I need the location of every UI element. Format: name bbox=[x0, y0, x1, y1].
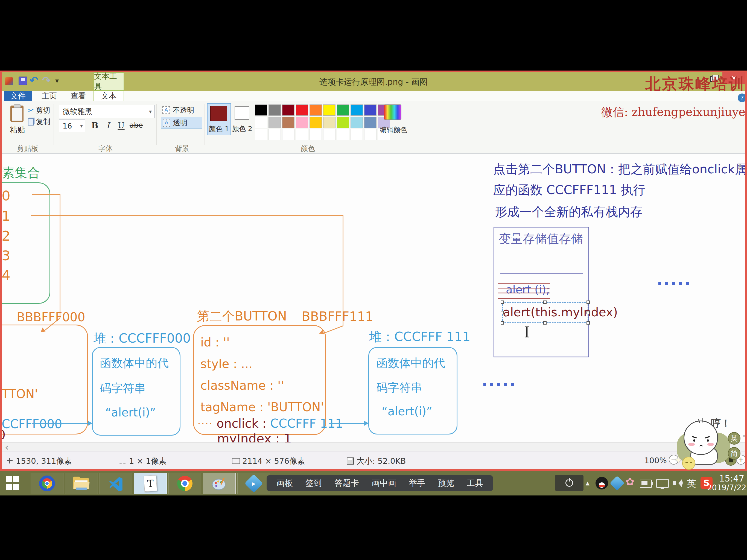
selection-handle[interactable] bbox=[500, 301, 504, 304]
palette-swatch[interactable] bbox=[268, 104, 281, 116]
paint-canvas[interactable]: 素集合 0 1 2 3 4 BBBFFF000 TTON' CCFFF000 0… bbox=[2, 154, 745, 442]
strikethrough-button[interactable]: abe bbox=[128, 119, 145, 131]
palette-swatch[interactable] bbox=[323, 117, 335, 128]
button1-tagname-partial: TTON' bbox=[2, 387, 38, 401]
button2-title: 第二个BUTTON BBBFFF111 bbox=[197, 308, 373, 325]
cut-button[interactable]: ✂剪切 bbox=[28, 105, 50, 115]
palette-swatch[interactable] bbox=[364, 117, 377, 128]
palette-swatch-empty[interactable] bbox=[351, 129, 363, 140]
connector-line bbox=[60, 194, 60, 318]
paste-label[interactable]: 粘贴 bbox=[8, 125, 27, 135]
palette-swatch-empty[interactable] bbox=[296, 129, 308, 140]
tab-text-active[interactable]: 文本 bbox=[94, 91, 124, 101]
ime-lang-badge[interactable]: 英 bbox=[728, 432, 741, 444]
edit-colors-label[interactable]: 编辑颜色 bbox=[379, 125, 409, 134]
tab-view[interactable]: 查看 bbox=[66, 91, 91, 101]
tab-home[interactable]: 主页 bbox=[36, 91, 62, 101]
dock-item-whiteboard[interactable]: 画板 bbox=[277, 478, 293, 489]
color2-button[interactable]: 颜色 2 bbox=[232, 103, 253, 134]
transparent-button-selected[interactable]: A 透明 bbox=[161, 117, 202, 128]
font-family-select[interactable]: 微软雅黑 ▾ bbox=[59, 105, 155, 118]
color2-swatch bbox=[235, 106, 249, 120]
palette-swatch[interactable] bbox=[337, 104, 349, 116]
tray-diamond-icon[interactable] bbox=[610, 476, 624, 490]
note-line: 形成一个全新的私有栈内存 bbox=[495, 204, 643, 220]
cursor-position: 1530, 311像素 bbox=[16, 456, 72, 467]
palette-swatch[interactable] bbox=[337, 117, 349, 128]
palette-swatch-empty[interactable] bbox=[282, 129, 294, 140]
dock-item-raise-hand[interactable]: 举手 bbox=[409, 478, 425, 489]
selected-code-text[interactable]: alert(this.myIndex) bbox=[503, 303, 588, 322]
font-size-select[interactable]: 16 ▾ bbox=[59, 119, 85, 132]
selection-handle[interactable] bbox=[543, 301, 547, 304]
palette-swatch-empty[interactable] bbox=[255, 129, 267, 140]
palette-swatch[interactable] bbox=[323, 104, 335, 116]
palette-swatch[interactable] bbox=[296, 104, 308, 116]
ime-lang-indicator[interactable]: 英 bbox=[687, 478, 696, 490]
dock-item-answer-card[interactable]: 答题卡 bbox=[334, 478, 359, 489]
palette-swatch[interactable] bbox=[255, 104, 267, 116]
flower-icon[interactable]: ✿ bbox=[626, 476, 634, 488]
palette-swatch-empty[interactable] bbox=[337, 129, 349, 140]
start-button[interactable] bbox=[6, 476, 20, 490]
display-icon[interactable] bbox=[656, 479, 669, 488]
palette-swatch[interactable] bbox=[255, 117, 267, 128]
selection-handle[interactable] bbox=[587, 301, 590, 304]
dock-item-tools[interactable]: 工具 bbox=[467, 478, 483, 489]
italic-button[interactable]: I bbox=[102, 119, 114, 131]
palette-swatch[interactable] bbox=[268, 117, 281, 128]
palette-swatch[interactable] bbox=[296, 117, 308, 128]
selection-handle[interactable] bbox=[500, 311, 504, 314]
battery-icon[interactable] bbox=[640, 480, 652, 488]
divider bbox=[156, 104, 157, 145]
selection-handle[interactable] bbox=[500, 321, 504, 325]
taskbar-paint-button-active[interactable] bbox=[203, 473, 236, 494]
help-icon[interactable]: ? bbox=[738, 94, 746, 102]
copy-button[interactable]: 复制 bbox=[28, 117, 50, 127]
dock-item-pip[interactable]: 画中画 bbox=[371, 478, 396, 489]
scroll-up-icon[interactable]: ∧ bbox=[737, 161, 743, 171]
paste-button[interactable] bbox=[9, 104, 25, 123]
opaque-button[interactable]: A 不透明 bbox=[161, 104, 202, 116]
palette-swatch[interactable] bbox=[310, 117, 322, 128]
taskbar-vscode-button[interactable] bbox=[100, 473, 132, 494]
taskbar-chrome-button[interactable] bbox=[169, 473, 201, 494]
tray-expand-icon[interactable]: ▲ bbox=[586, 480, 590, 486]
text-selection-box[interactable]: alert(this.myIndex) bbox=[502, 302, 588, 323]
selection-handle[interactable] bbox=[587, 311, 590, 314]
power-button[interactable] bbox=[555, 475, 584, 491]
palette-swatch[interactable] bbox=[282, 117, 294, 128]
dock-item-preview[interactable]: 预览 bbox=[438, 478, 454, 489]
palette-swatch-empty[interactable] bbox=[268, 129, 281, 140]
color1-button-selected[interactable]: 颜色 1 bbox=[207, 103, 231, 135]
selection-handle[interactable] bbox=[543, 321, 547, 325]
bold-button[interactable]: B bbox=[88, 119, 101, 131]
tab-file[interactable]: 文件 bbox=[4, 91, 32, 101]
clock[interactable]: 15:47 2019/7/22 bbox=[707, 474, 744, 492]
taskbar-chrome-app-button[interactable] bbox=[31, 473, 63, 494]
palette-swatch-empty[interactable] bbox=[323, 129, 335, 140]
edit-colors-button[interactable] bbox=[384, 104, 402, 120]
speaker-icon[interactable] bbox=[673, 479, 683, 487]
ime-simplified-badge[interactable]: 简 bbox=[728, 447, 741, 460]
dock-item-checkin[interactable]: 签到 bbox=[305, 478, 322, 489]
palette-swatch[interactable] bbox=[364, 104, 377, 116]
horizontal-scrollbar[interactable]: ‹ bbox=[2, 442, 745, 452]
prop-line: style : ... bbox=[200, 357, 325, 371]
color2-label: 颜色 2 bbox=[231, 124, 254, 133]
taskbar-seewo-button[interactable]: ▸ bbox=[237, 473, 270, 494]
underline-button[interactable]: U bbox=[115, 119, 127, 131]
palette-swatch[interactable] bbox=[282, 104, 294, 116]
button1-myindex-partial: 0 bbox=[2, 428, 5, 442]
prop-line: tagName : 'BUTTON' bbox=[200, 400, 325, 414]
taskbar-explorer-button[interactable] bbox=[65, 473, 98, 494]
palette-swatch-empty[interactable] bbox=[310, 129, 322, 140]
palette-swatch[interactable] bbox=[310, 104, 322, 116]
palette-swatch[interactable] bbox=[351, 104, 363, 116]
palette-swatch-empty[interactable] bbox=[364, 129, 377, 140]
palette-swatch[interactable] bbox=[351, 117, 363, 128]
taskbar-text-tool-button-active[interactable]: T bbox=[134, 473, 167, 494]
selection-handle[interactable] bbox=[587, 321, 590, 325]
qq-icon[interactable] bbox=[595, 477, 608, 489]
scroll-left-icon[interactable]: ‹ bbox=[5, 441, 9, 453]
